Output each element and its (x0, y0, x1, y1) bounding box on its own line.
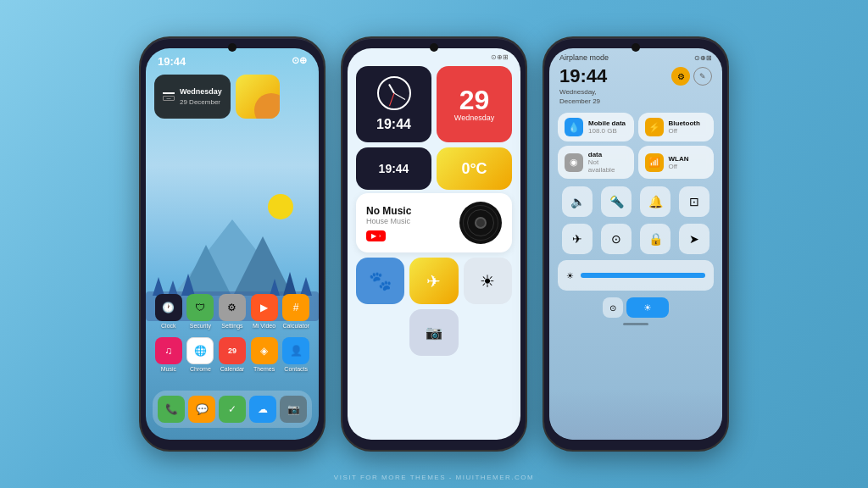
ctrl-wlan[interactable]: 📶 WLAN Off (638, 146, 715, 179)
app-calculator[interactable]: # Calculator (282, 294, 309, 329)
dock-todo[interactable]: ✓ (219, 396, 246, 423)
phone-1: 19:44 ⊙⊕ — Wednesday 29 December (139, 36, 326, 452)
ctrl-data[interactable]: ◉ data Not available (558, 146, 634, 179)
phone2-music-info: No Music House Music ▶ › (366, 205, 451, 241)
toggle-airplane[interactable]: ✈ (562, 224, 593, 254)
toggle-screen-mirror[interactable]: ⊡ (679, 186, 709, 217)
phone2-status-icons: ⊙⊕⊞ (491, 53, 509, 61)
sun-brightness-btn[interactable]: ☀ (626, 297, 669, 318)
phone3-time: 19:44 (559, 65, 607, 87)
phone1-app-row-2: ♫ Music 🌐 Chrome 29 Calend (153, 337, 312, 372)
app-contacts[interactable]: 👤 Contacts (282, 337, 309, 372)
phone1-widget-row: — Wednesday 29 December (146, 71, 319, 122)
phone2-time-mini: 19:44 (356, 147, 431, 190)
vinyl-ring-inner (467, 209, 494, 236)
phone1-date-widget[interactable]: — Wednesday 29 December (154, 75, 231, 119)
mobile-data-icon: 💧 (565, 118, 583, 136)
phone1-dock: 📞 💬 ✓ ☁ 📷 (153, 391, 312, 428)
toggle-notification[interactable]: 🔔 (640, 186, 670, 217)
data-icon: ◉ (565, 153, 583, 172)
toggle-volume[interactable]: 🔈 (562, 186, 593, 217)
settings-shortcut-icon[interactable]: ⚙ (671, 67, 690, 86)
phone3-date: Wednesday, December 29 (559, 87, 607, 106)
phone3-status-icons: ⊙⊕⊞ (694, 54, 712, 62)
app-themes[interactable]: ◈ Themes (251, 337, 278, 372)
phone2-vinyl-icon (459, 202, 502, 244)
phone2-music-subtitle: House Music (366, 217, 451, 225)
brightness-icon: ☀ (566, 271, 574, 280)
phone2-date-day: Wednesday (454, 114, 494, 122)
brightness-fill (581, 273, 705, 278)
ctrl-wlan-text: WLAN Off (669, 155, 689, 170)
analog-clock (377, 76, 411, 110)
phone1-day: Wednesday (180, 86, 222, 97)
app-settings[interactable]: ⚙ Settings (219, 294, 246, 329)
toggle-flashlight[interactable]: 🔦 (601, 186, 632, 217)
phone2-widget-sticker[interactable]: 🐾 (356, 258, 404, 304)
ctrl-bluetooth-text: Bluetooth Off (669, 119, 700, 135)
phone1-status-bar: 19:44 ⊙⊕ (146, 48, 319, 71)
dock-camera[interactable]: 📷 (280, 396, 307, 423)
watermark-text: VISIT FOR MORE THEMES - MIUITHEMER.COM (334, 474, 534, 481)
ctrl-mobile-data[interactable]: 💧 Mobile data 108.0 GB (558, 113, 634, 141)
phone2-temp: 0°C (461, 160, 487, 178)
phone3-toggle-row-1: 🔈 🔦 🔔 ⊡ (549, 182, 722, 221)
app-clock[interactable]: 🕐 Clock (155, 294, 182, 329)
phone2-date-number: 29 (459, 86, 490, 114)
dock-phone[interactable]: 📞 (158, 396, 185, 423)
app-mi-video[interactable]: ▶ Mi Video (251, 294, 278, 329)
loading-indicator: ⊙ (603, 297, 623, 318)
phone-3: Airplane mode ⊙⊕⊞ 19:44 Wednesday, Decem… (542, 36, 729, 452)
phone2-date-widget[interactable]: 29 Wednesday (437, 66, 512, 142)
phone1-date: 29 December (180, 97, 222, 107)
phone2-temp-widget[interactable]: 0°C (437, 147, 512, 190)
phone1-screen: 19:44 ⊙⊕ — Wednesday 29 December (146, 48, 319, 440)
youtube-arrow: › (379, 233, 381, 239)
edit-shortcut-icon[interactable]: ✎ (693, 67, 712, 86)
phone2-digital-time: 19:44 (364, 117, 423, 132)
phone3-control-grid: 💧 Mobile data 108.0 GB ⚡ Bluetooth Off ◉ (549, 109, 722, 182)
phone2-music-title: No Music (366, 205, 451, 217)
airplane-mode-label: Airplane mode (559, 53, 609, 62)
phone3-camera-cutout (632, 43, 640, 52)
dock-cloud[interactable]: ☁ (249, 396, 276, 423)
phone3-brightness-bar[interactable]: ☀ (558, 260, 714, 291)
phone2-youtube-button[interactable]: ▶ › (366, 230, 386, 241)
minute-hand (393, 93, 404, 100)
dock-messages[interactable]: 💬 (188, 396, 215, 423)
phone2-clock-widget[interactable]: 19:44 (356, 66, 431, 142)
phone2-bottom-widgets: 🐾 ✈ ☀ (348, 252, 520, 309)
phone2-widget-camera[interactable]: 📷 (409, 309, 458, 356)
app-chrome[interactable]: 🌐 Chrome (186, 337, 214, 372)
ctrl-bluetooth[interactable]: ⚡ Bluetooth Off (638, 113, 715, 141)
app-music[interactable]: ♫ Music (155, 337, 182, 372)
phone3-bottom-blur (549, 389, 722, 440)
phone1-app-row-1: 🕐 Clock 🛡 Security ⚙ Sett (153, 294, 312, 329)
phone3-toggle-row-2: ✈ ⊙ 🔒 ➤ (549, 221, 722, 257)
app-security[interactable]: 🛡 Security (186, 294, 214, 329)
phone2-time-mini-text: 19:44 (379, 162, 409, 175)
toggle-location[interactable]: ➤ (679, 224, 709, 254)
phone2-widget-grid: 19:44 29 Wednesday 19:44 0°C (348, 63, 520, 193)
phone3-screen: Airplane mode ⊙⊕⊞ 19:44 Wednesday, Decem… (549, 48, 722, 440)
phone2-widget-telegram[interactable]: ✈ (409, 258, 458, 304)
toggle-lock-rotate[interactable]: 🔒 (640, 224, 670, 254)
app-calendar[interactable]: 29 Calendar (219, 337, 246, 372)
sun-icon (268, 194, 293, 219)
camera-cutout (228, 43, 236, 52)
second-hand (389, 93, 394, 106)
phone3-header-icons: ⚙ ✎ (671, 65, 712, 86)
phone2-music-widget[interactable]: No Music House Music ▶ › (356, 193, 512, 252)
phone2-bottom-widgets-2: 📷 (348, 309, 520, 361)
phone1-apps-grid: 🕐 Clock 🛡 Security ⚙ Sett (153, 294, 312, 380)
ctrl-mobile-data-text: Mobile data 108.0 GB (588, 119, 626, 135)
phone1-time: 19:44 (158, 55, 186, 68)
phone3-time-section: 19:44 Wednesday, December 29 (559, 65, 607, 106)
phone3-bottom-section: ⊙ ☀ (549, 294, 722, 321)
phone2-camera-cutout (430, 43, 438, 52)
toggle-privacy[interactable]: ⊙ (601, 224, 632, 254)
phone1-yellow-widget[interactable] (236, 75, 280, 119)
phone1-status-icons: ⊙⊕ (292, 55, 307, 68)
youtube-icon: ▶ (371, 232, 376, 240)
phone2-widget-sun[interactable]: ☀ (464, 258, 512, 304)
